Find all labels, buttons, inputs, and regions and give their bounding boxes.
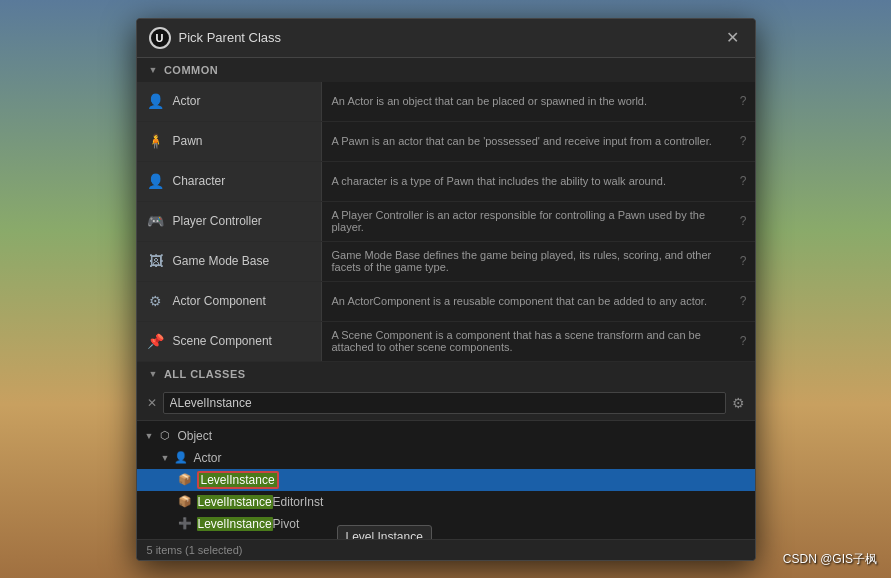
character-desc: A character is a type of Pawn that inclu… (322, 162, 732, 201)
pawn-icon: 🧍 (147, 132, 165, 150)
level-instance-label: LevelInstance (197, 473, 279, 487)
player-controller-help-icon[interactable]: ? (732, 202, 755, 241)
player-controller-row: 🎮 Player Controller A Player Controller … (137, 202, 755, 242)
level-instance-editor-label: LevelInstanceEditorInst (197, 495, 324, 509)
actor-icon: 👤 (147, 92, 165, 110)
game-mode-base-name: Game Mode Base (173, 254, 311, 268)
common-label: COMMON (164, 64, 218, 76)
pick-parent-class-dialog: U Pick Parent Class ✕ ▼ COMMON 👤 Actor A… (136, 18, 756, 561)
status-bar: 5 items (1 selected) (137, 539, 755, 560)
object-expand-icon: ▼ (145, 431, 154, 441)
search-settings-icon[interactable]: ⚙ (732, 395, 745, 411)
character-row: 👤 Character A character is a type of Paw… (137, 162, 755, 202)
actor-component-row: ⚙ Actor Component An ActorComponent is a… (137, 282, 755, 322)
tree-area: ▼ ⬡ Object ▼ 👤 Actor 📦 LevelInstance Lev… (137, 421, 755, 539)
player-controller-button[interactable]: 🎮 Player Controller (137, 202, 322, 241)
all-classes-section-header: ▼ ALL CLASSES (137, 362, 755, 386)
pawn-name: Pawn (173, 134, 311, 148)
character-icon: 👤 (147, 172, 165, 190)
close-button[interactable]: ✕ (722, 28, 743, 48)
dialog-body: ▼ COMMON 👤 Actor An Actor is an object t… (137, 58, 755, 539)
scene-component-name: Scene Component (173, 334, 311, 348)
scene-component-help-icon[interactable]: ? (732, 322, 755, 361)
actor-button[interactable]: 👤 Actor (137, 82, 322, 121)
watermark: CSDN @GIS子枫 (783, 551, 877, 568)
character-help-icon[interactable]: ? (732, 162, 755, 201)
dialog-title: Pick Parent Class (179, 30, 282, 45)
search-row: ✕ ⚙ (137, 386, 755, 421)
scene-component-button[interactable]: 📌 Scene Component (137, 322, 322, 361)
actor-component-name: Actor Component (173, 294, 311, 308)
pawn-help-icon[interactable]: ? (732, 122, 755, 161)
header-left: U Pick Parent Class (149, 27, 282, 49)
actor-component-button[interactable]: ⚙ Actor Component (137, 282, 322, 321)
level-instance-pivot-icon: ➕ (177, 516, 193, 532)
dialog-header: U Pick Parent Class ✕ (137, 19, 755, 58)
player-controller-icon: 🎮 (147, 212, 165, 230)
scene-component-desc: A Scene Component is a component that ha… (322, 322, 732, 361)
level-instance-editor-icon: 📦 (177, 494, 193, 510)
tree-row-actor[interactable]: ▼ 👤 Actor (137, 447, 755, 469)
pawn-button[interactable]: 🧍 Pawn (137, 122, 322, 161)
level-instance-icon: 📦 (177, 472, 193, 488)
game-mode-base-help-icon[interactable]: ? (732, 242, 755, 281)
pawn-desc: A Pawn is an actor that can be 'possesse… (322, 122, 732, 161)
game-mode-base-icon: 🖼 (147, 252, 165, 270)
tree-row-level-instance[interactable]: 📦 LevelInstance Level Instance (137, 469, 755, 491)
level-instance-pivot-label: LevelInstancePivot (197, 517, 300, 531)
scene-component-icon: 📌 (147, 332, 165, 350)
actor-component-help-icon[interactable]: ? (732, 282, 755, 321)
actor-expand-icon: ▼ (161, 453, 170, 463)
scene-component-row: 📌 Scene Component A Scene Component is a… (137, 322, 755, 362)
actor-help-icon[interactable]: ? (732, 82, 755, 121)
search-clear-icon[interactable]: ✕ (147, 396, 157, 410)
all-classes-label: ALL CLASSES (164, 368, 246, 380)
common-section-header: ▼ COMMON (137, 58, 755, 82)
character-button[interactable]: 👤 Character (137, 162, 322, 201)
tree-row-level-instance-pivot[interactable]: ➕ LevelInstancePivot (137, 513, 755, 535)
actor-tree-label: Actor (193, 451, 221, 465)
actor-desc: An Actor is an object that can be placed… (322, 82, 732, 121)
actor-name: Actor (173, 94, 311, 108)
player-controller-desc: A Player Controller is an actor responsi… (322, 202, 732, 241)
actor-tree-icon: 👤 (173, 450, 189, 466)
ue-logo: U (149, 27, 171, 49)
actor-row: 👤 Actor An Actor is an object that can b… (137, 82, 755, 122)
game-mode-base-desc: Game Mode Base defines the game being pl… (322, 242, 732, 281)
tree-row-object[interactable]: ▼ ⬡ Object (137, 425, 755, 447)
player-controller-name: Player Controller (173, 214, 311, 228)
actor-component-icon: ⚙ (147, 292, 165, 310)
game-mode-base-row: 🖼 Game Mode Base Game Mode Base defines … (137, 242, 755, 282)
character-name: Character (173, 174, 311, 188)
expand-triangle: ▼ (149, 65, 158, 75)
object-label: Object (177, 429, 212, 443)
pawn-row: 🧍 Pawn A Pawn is an actor that can be 'p… (137, 122, 755, 162)
object-icon: ⬡ (157, 428, 173, 444)
status-text: 5 items (1 selected) (147, 544, 243, 556)
all-classes-triangle: ▼ (149, 369, 158, 379)
tree-row-level-instance-editor[interactable]: 📦 LevelInstanceEditorInst (137, 491, 755, 513)
search-input[interactable] (163, 392, 726, 414)
actor-component-desc: An ActorComponent is a reusable componen… (322, 282, 732, 321)
game-mode-base-button[interactable]: 🖼 Game Mode Base (137, 242, 322, 281)
